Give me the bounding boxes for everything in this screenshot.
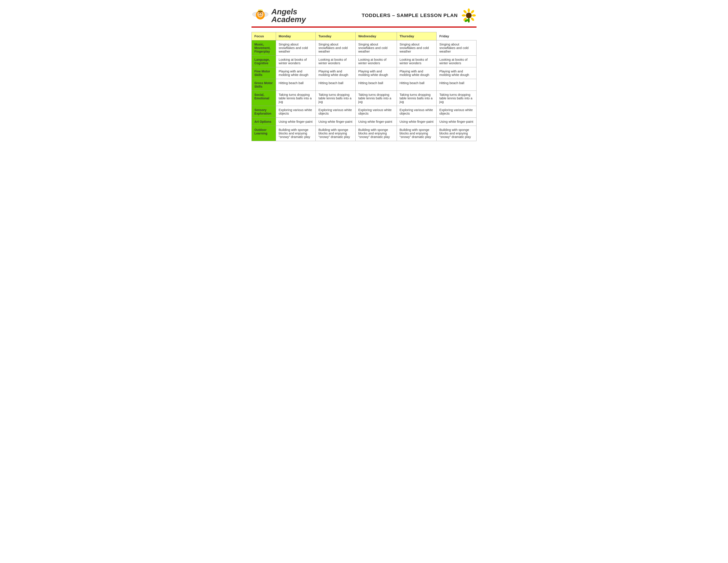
activity-cell: Using white finger-paint [316,118,355,126]
activity-cell: Using white finger-paint [437,118,477,126]
activity-cell: Building with sponge blocks and enjoying… [437,126,477,141]
logo-text: Angels Academy [271,8,306,23]
svg-point-17 [467,13,471,18]
focus-cell: Art Options [252,118,276,126]
focus-cell: Music, Movement, Fingerplay [252,40,276,56]
activity-cell: Playing with and molding white dough [316,67,355,79]
activity-cell: Looking at books of winter wonders [437,56,477,67]
activity-cell: Exploring various white objects [437,106,477,118]
activity-cell: Playing with and molding white dough [276,67,316,79]
activity-cell: Using white finger-paint [397,118,437,126]
activity-cell: Taking turns dropping table tennis balls… [355,91,397,106]
col-monday: Monday [276,32,316,40]
activity-cell: Singing about snowflakes and cold weathe… [276,40,316,56]
activity-cell: Taking turns dropping table tennis balls… [437,91,477,106]
activity-cell: Hitting beach ball [316,79,355,91]
activity-cell: Playing with and molding white dough [355,67,397,79]
activity-cell: Singing about snowflakes and cold weathe… [316,40,355,56]
activity-cell: Exploring various white objects [276,106,316,118]
activity-cell: Exploring various white objects [316,106,355,118]
table-row: Fine Motor SkillsPlaying with and moldin… [252,67,477,79]
activity-cell: Hitting beach ball [276,79,316,91]
focus-cell: Sensory Exploration [252,106,276,118]
svg-point-12 [463,9,467,14]
svg-point-13 [470,9,475,14]
table-header-row: Focus Monday Tuesday Wednesday Thursday … [252,32,477,40]
table-row: Gross Motor SkillsHitting beach ballHitt… [252,79,477,91]
activity-cell: Using white finger-paint [355,118,397,126]
activity-cell: Hitting beach ball [397,79,437,91]
activity-cell: Singing about snowflakes and cold weathe… [437,40,477,56]
table-row: Outdoor LearningBuilding with sponge blo… [252,126,477,141]
activity-cell: Building with sponge blocks and enjoying… [276,126,316,141]
focus-cell: Gross Motor Skills [252,79,276,91]
lesson-title: TODDLERS – SAMPLE LESSON PLAN [362,13,458,18]
logo-icon [251,7,269,24]
activity-cell: Taking turns dropping table tennis balls… [316,91,355,106]
activity-cell: Using white finger-paint [276,118,316,126]
focus-cell: Language, Cognitive [252,56,276,67]
activity-cell: Taking turns dropping table tennis balls… [276,91,316,106]
focus-cell: Fine Motor Skills [252,67,276,79]
activity-cell: Exploring various white objects [397,106,437,118]
activity-cell: Playing with and molding white dough [397,67,437,79]
title-area: TODDLERS – SAMPLE LESSON PLAN [362,8,477,23]
svg-point-8 [468,8,470,12]
col-friday: Friday [437,32,477,40]
activity-cell: Building with sponge blocks and enjoying… [355,126,397,141]
activity-cell: Singing about snowflakes and cold weathe… [397,40,437,56]
col-wednesday: Wednesday [355,32,397,40]
lesson-plan-table: Focus Monday Tuesday Wednesday Thursday … [251,32,477,141]
svg-point-5 [261,13,262,14]
activity-cell: Looking at books of winter wonders [276,56,316,67]
red-divider [251,26,477,28]
svg-point-10 [462,14,466,17]
logo-area: Angels Academy [251,7,306,24]
table-row: Music, Movement, FingerplaySinging about… [252,40,477,56]
sunflower-icon [461,8,477,23]
svg-point-11 [472,14,476,17]
col-thursday: Thursday [397,32,437,40]
focus-cell: Outdoor Learning [252,126,276,141]
activity-cell: Hitting beach ball [437,79,477,91]
logo-angels: Angels [271,8,306,15]
col-tuesday: Tuesday [316,32,355,40]
activity-cell: Looking at books of winter wonders [397,56,437,67]
activity-cell: Taking turns dropping table tennis balls… [397,91,437,106]
col-focus: Focus [252,32,276,40]
svg-point-4 [259,13,260,14]
table-row: Art OptionsUsing white finger-paintUsing… [252,118,477,126]
svg-point-15 [470,17,475,21]
focus-cell: Social, Emotional [252,91,276,106]
activity-cell: Hitting beach ball [355,79,397,91]
activity-cell: Building with sponge blocks and enjoying… [316,126,355,141]
activity-cell: Singing about snowflakes and cold weathe… [355,40,397,56]
table-row: Sensory ExplorationExploring various whi… [252,106,477,118]
table-row: Social, EmotionalTaking turns dropping t… [252,91,477,106]
activity-cell: Building with sponge blocks and enjoying… [397,126,437,141]
page-header: Angels Academy TODDLERS – SAMPLE LESSON … [251,7,477,24]
activity-cell: Playing with and molding white dough [437,67,477,79]
logo-academy: Academy [271,15,306,23]
table-row: Language, CognitiveLooking at books of w… [252,56,477,67]
activity-cell: Looking at books of winter wonders [316,56,355,67]
activity-cell: Looking at books of winter wonders [355,56,397,67]
activity-cell: Exploring various white objects [355,106,397,118]
